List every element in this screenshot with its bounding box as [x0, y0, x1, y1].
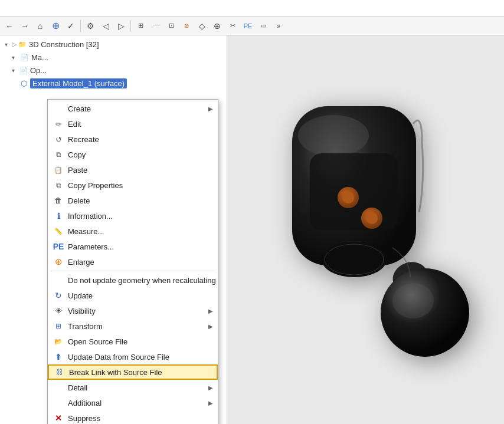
view-panel: [227, 35, 504, 424]
suppress-icon: ✕: [53, 412, 64, 424]
menu-label-additional: Additional: [68, 399, 208, 407]
menu-item-copy[interactable]: ⧉ Copy: [48, 147, 218, 162]
menu-label-visibility: Visibility: [68, 307, 208, 315]
update-data-icon: ⬆: [53, 351, 64, 363]
svg-point-4: [342, 192, 354, 203]
menu-item-enlarge[interactable]: ⊕ Enlarge: [48, 254, 218, 269]
menu-label-enlarge: Enlarge: [68, 258, 213, 267]
do-not-update-icon: [53, 274, 64, 286]
toolbar-back[interactable]: ←: [2, 19, 17, 33]
menu-label-measure: Measure...: [68, 227, 213, 236]
earbud-3d-view: [257, 94, 475, 366]
menu-item-parameters[interactable]: PE Parameters...: [48, 239, 218, 254]
toolbar-home[interactable]: ⌂: [33, 19, 47, 33]
transform-arrow: ▶: [208, 323, 213, 330]
tree-item-op[interactable]: ▾ 📄 Op...: [0, 64, 227, 77]
menu-item-edit[interactable]: ✏ Edit: [48, 116, 218, 132]
copy-icon: ⧉: [53, 149, 64, 160]
menu-item-do-not-update[interactable]: Do not update geometry when recalculatin…: [48, 272, 218, 288]
measure-icon: 📏: [53, 225, 64, 237]
menu-item-update[interactable]: ↻ Update: [48, 288, 218, 303]
toolbar-icon5[interactable]: ◇: [195, 19, 209, 33]
update-icon: ↻: [53, 290, 64, 301]
toolbar-check[interactable]: ✓: [64, 19, 78, 33]
menu-item-delete[interactable]: 🗑 Delete: [48, 193, 218, 208]
toolbar-next[interactable]: ▷: [114, 19, 128, 33]
toolbar-add[interactable]: ⊕: [48, 19, 63, 33]
menu-item-transform[interactable]: ⊞ Transform ▶: [48, 318, 218, 334]
menu-label-do-not-update: Do not update geometry when recalculatin…: [68, 276, 216, 285]
menu-item-break-link[interactable]: ⛓ Break Link with Source File: [48, 364, 218, 380]
main-layout: ▾ ▷ 📁 3D Construction [32] ▾ 📄 Ma... ▾ 📄…: [0, 35, 504, 424]
svg-point-10: [322, 242, 387, 277]
menu-label-break-link: Break Link with Source File: [69, 368, 212, 377]
tree-item-3d-construction[interactable]: ▾ ▷ 📁 3D Construction [32]: [0, 38, 227, 51]
detail-arrow: ▶: [208, 384, 213, 391]
menu-label-copy-properties: Copy Properties: [68, 181, 213, 190]
menu-label-delete: Delete: [68, 196, 213, 205]
menu-label-transform: Transform: [68, 322, 208, 331]
toolbar-gear[interactable]: ⚙: [83, 19, 97, 33]
toolbar-icon2[interactable]: ⋯: [149, 19, 163, 33]
menu-item-copy-properties[interactable]: ⧉ Copy Properties: [48, 178, 218, 193]
copy-properties-icon: ⧉: [53, 179, 64, 191]
break-link-icon: ⛓: [54, 366, 66, 378]
edit-icon: ✏: [53, 118, 64, 130]
menu-label-copy: Copy: [68, 150, 213, 159]
menu-label-recreate: Recreate: [68, 135, 213, 144]
transform-icon: ⊞: [53, 320, 64, 332]
context-menu: Create ▶ ✏ Edit ↺ Recreate ⧉ Copy 📋 Pas: [47, 99, 218, 424]
menu-item-update-data[interactable]: ⬆ Update Data from Source File: [48, 349, 218, 364]
toolbar-icon7[interactable]: ✂: [225, 19, 240, 33]
tree-label-external: External Model_1 (surface): [30, 78, 127, 88]
toolbar: ← → ⌂ ⊕ ✓ ⚙ ◁ ▷ ⊞ ⋯ ⊡ ⊘ ◇ ⊕ ✂ PE ▭ »: [0, 17, 504, 35]
create-arrow: ▶: [208, 106, 213, 112]
menu-item-additional[interactable]: Additional ▶: [48, 395, 218, 410]
menu-label-open-source: Open Source File: [68, 337, 213, 346]
open-source-icon: 📂: [53, 336, 64, 347]
delete-icon: 🗑: [53, 195, 64, 206]
enlarge-icon: ⊕: [53, 256, 64, 268]
tree-label-op: Op...: [30, 66, 47, 75]
params-icon: PE: [53, 241, 64, 252]
menu-label-update: Update: [68, 291, 213, 300]
menu-label-detail: Detail: [68, 383, 208, 392]
additional-icon: [53, 397, 64, 409]
toolbar-icon10[interactable]: »: [271, 19, 286, 33]
recreate-icon: ↺: [53, 133, 64, 145]
menu-item-recreate[interactable]: ↺ Recreate: [48, 132, 218, 147]
visibility-arrow: ▶: [208, 308, 213, 314]
menu-item-measure[interactable]: 📏 Measure...: [48, 223, 218, 239]
menu-item-suppress[interactable]: ✕ Suppress: [48, 410, 218, 424]
menu-item-paste[interactable]: 📋 Paste: [48, 162, 218, 178]
title-bar: [0, 0, 504, 17]
create-icon: [53, 103, 64, 114]
toolbar-icon4[interactable]: ⊘: [179, 19, 194, 33]
svg-point-9: [392, 283, 434, 318]
toolbar-forward[interactable]: →: [18, 19, 32, 33]
tree-item-external-model[interactable]: ▾ ⬡ External Model_1 (surface): [0, 77, 227, 90]
menu-item-information[interactable]: ℹ Information...: [48, 208, 218, 223]
tree-item-ma[interactable]: ▾ 📄 Ma...: [0, 51, 227, 64]
menu-item-detail[interactable]: Detail ▶: [48, 380, 218, 395]
toolbar-prev[interactable]: ◁: [99, 19, 113, 33]
toolbar-icon9[interactable]: ▭: [256, 19, 270, 33]
menu-label-suppress: Suppress: [68, 414, 213, 423]
toolbar-icon8[interactable]: PE: [241, 19, 255, 33]
tree-content: ▾ ▷ 📁 3D Construction [32] ▾ 📄 Ma... ▾ 📄…: [0, 35, 227, 92]
menu-item-visibility[interactable]: 👁 Visibility ▶: [48, 303, 218, 318]
svg-point-1: [298, 115, 369, 156]
additional-arrow: ▶: [208, 400, 213, 406]
tree-label-3d: 3D Construction [32]: [29, 40, 99, 49]
toolbar-icon1[interactable]: ⊞: [133, 19, 148, 33]
toolbar-icon3[interactable]: ⊡: [164, 19, 178, 33]
info-icon: ℹ: [53, 210, 64, 222]
svg-point-6: [366, 212, 378, 224]
tree-panel: ▾ ▷ 📁 3D Construction [32] ▾ 📄 Ma... ▾ 📄…: [0, 35, 227, 424]
menu-item-create[interactable]: Create ▶: [48, 101, 218, 116]
detail-icon: [53, 382, 64, 393]
toolbar-icon6[interactable]: ⊕: [210, 19, 224, 33]
menu-item-open-source[interactable]: 📂 Open Source File: [48, 334, 218, 349]
menu-label-information: Information...: [68, 212, 213, 221]
menu-label-parameters: Parameters...: [68, 242, 213, 251]
